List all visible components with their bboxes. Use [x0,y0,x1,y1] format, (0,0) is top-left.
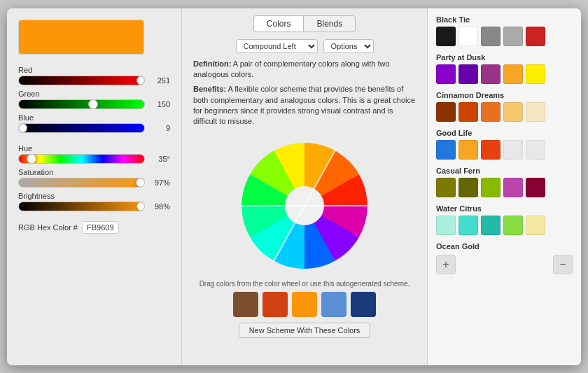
color-preview [18,20,144,55]
palette-swatch-4-2[interactable] [481,178,500,197]
middle-panel: Colors Blends Compound Left Compound Rig… [182,8,427,365]
remove-palette-button[interactable]: − [553,255,573,274]
palette-swatches-2 [436,102,573,122]
palette-swatch-0-1[interactable] [458,27,478,46]
benefits-body: A flexible color scheme that provides th… [193,85,415,125]
scheme-swatch-3[interactable] [321,292,346,317]
red-label: Red [18,66,170,74]
scheme-type-select[interactable]: Compound Left Compound Right Complementa… [236,39,318,53]
tab-colors[interactable]: Colors [253,15,304,32]
palette-swatch-5-1[interactable] [458,216,478,235]
right-panel: Black TieParty at DuskCinnamon DreamsGoo… [427,8,581,365]
palette-swatch-2-4[interactable] [526,102,545,122]
palette-name-4: Casual Fern [436,167,573,175]
red-slider-group: Red 251 [18,66,170,85]
blue-track[interactable] [18,123,145,133]
palette-swatch-0-0[interactable] [436,27,456,46]
palette-group-0: Black Tie [436,15,573,46]
scheme-swatches [233,292,376,317]
brightness-track[interactable] [18,202,145,211]
palette-swatch-0-4[interactable] [526,27,545,46]
hex-row: RGB Hex Color # FB9609 [18,221,170,234]
scheme-swatch-1[interactable] [262,292,288,317]
green-value: 150 [149,100,170,108]
palette-swatches-3 [436,140,573,160]
palette-swatch-1-0[interactable] [436,64,456,84]
palette-swatches-1 [436,64,573,84]
palette-swatch-3-1[interactable] [458,140,478,160]
green-track[interactable] [18,99,145,109]
blue-value: 9 [149,124,170,132]
palette-swatch-2-3[interactable] [503,102,523,122]
palette-swatch-4-4[interactable] [526,178,545,197]
green-slider-group: Green 150 [18,90,170,109]
brightness-slider-group: Brightness 98% [18,192,170,211]
palette-name-1: Party at Dusk [436,53,573,62]
palette-swatch-5-0[interactable] [436,216,456,235]
blue-label: Blue [18,113,170,122]
hue-label: Hue [18,144,170,153]
palette-swatch-3-3[interactable] [503,140,523,160]
palette-swatch-4-1[interactable] [458,178,478,197]
palette-swatch-3-4[interactable] [526,140,545,160]
palette-group-3: Good Life [436,129,573,160]
palette-swatch-3-0[interactable] [436,140,456,160]
palette-swatch-2-0[interactable] [436,102,456,122]
add-palette-button[interactable]: + [436,255,456,274]
saturation-track[interactable] [18,178,145,188]
palette-swatches-5 [436,216,573,235]
palette-name-5: Water Citrus [436,204,573,213]
drag-hint: Drag colors from the color wheel or use … [200,280,410,288]
benefits-title: Benefits: [193,85,226,93]
hex-label: RGB Hex Color # [18,223,78,232]
hue-track[interactable] [18,154,145,164]
red-track[interactable] [18,76,145,85]
palette-swatch-1-2[interactable] [481,64,500,84]
saturation-value: 97% [149,178,170,187]
palette-swatch-2-2[interactable] [481,102,500,122]
palette-swatch-0-2[interactable] [481,27,500,46]
palette-swatch-1-1[interactable] [458,64,478,84]
brightness-value: 98% [149,202,170,211]
palette-name-2: Cinnamon Dreams [436,91,573,99]
tab-blends[interactable]: Blends [303,15,356,32]
palette-swatch-5-3[interactable] [503,216,523,235]
palette-swatch-2-1[interactable] [458,102,478,122]
scheme-swatch-2[interactable] [292,292,317,317]
brightness-label: Brightness [18,192,170,200]
saturation-slider-group: Saturation 97% [18,168,170,188]
palette-group-1: Party at Dusk [436,53,573,84]
options-select[interactable]: Options [323,39,374,53]
palette-name-6: Ocean Gold [436,242,573,251]
scheme-swatch-4[interactable] [351,292,376,317]
controls-row: Compound Left Compound Right Complementa… [193,39,416,53]
palette-group-6: Ocean Gold+− [436,242,573,274]
new-scheme-button[interactable]: New Scheme With These Colors [239,323,371,338]
color-wheel-svg [234,136,374,276]
green-label: Green [18,90,170,98]
red-value: 251 [149,76,170,85]
palette-group-5: Water Citrus [436,204,573,235]
palette-swatches-4 [436,178,573,197]
palette-swatch-5-2[interactable] [481,216,500,235]
app-window: Red 251 Green 150 Blue [7,8,581,365]
left-panel: Red 251 Green 150 Blue [7,8,182,365]
palette-swatch-5-4[interactable] [526,216,545,235]
palette-group-2: Cinnamon Dreams [436,91,573,122]
palette-name-0: Black Tie [436,15,573,24]
palette-swatch-1-4[interactable] [526,64,545,84]
tab-bar: Colors Blends [253,15,356,32]
palette-swatch-4-0[interactable] [436,178,456,197]
color-wheel-container[interactable] [234,136,374,276]
palette-swatch-1-3[interactable] [503,64,523,84]
blue-slider-group: Blue 9 [18,113,170,133]
hex-value[interactable]: FB9609 [82,221,119,234]
hue-slider-group: Hue 35° [18,144,170,164]
palette-bottom-buttons: +− [436,255,573,274]
palette-group-4: Casual Fern [436,167,573,197]
scheme-swatch-0[interactable] [233,292,258,317]
palette-swatches-0 [436,27,573,46]
palette-swatch-3-2[interactable] [481,140,500,160]
palette-swatch-4-3[interactable] [503,178,523,197]
palette-swatch-0-3[interactable] [503,27,523,46]
